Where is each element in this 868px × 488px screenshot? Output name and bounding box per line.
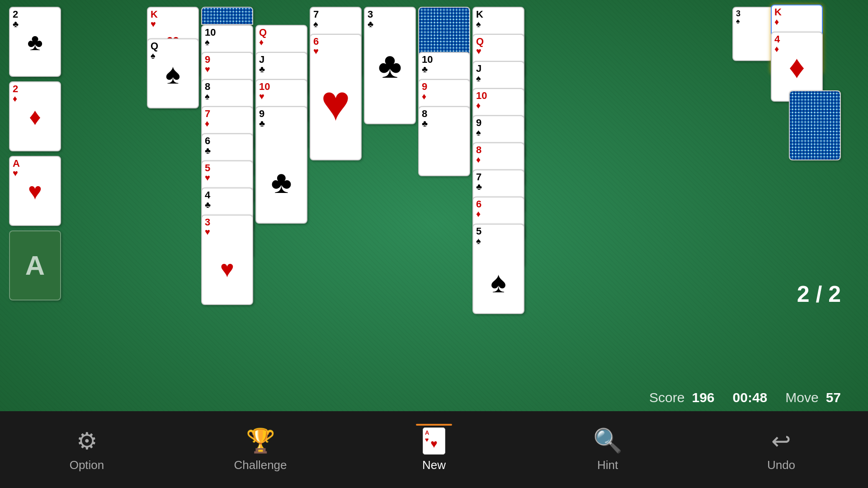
card-back-col2-top[interactable] [201,7,253,25]
moves-display: Move 57 [785,390,841,405]
undo-label: Undo [767,458,795,472]
score-display: Score 196 [649,390,714,405]
new-label: New [422,458,446,472]
card-5s[interactable]: 5 ♠ ♠ [472,224,524,314]
foundation-2c[interactable]: 2 ♣ ♣ [9,7,61,77]
undo-nav-item[interactable]: ↩ Undo [694,427,868,472]
card-qs[interactable]: Q ♠ ♠ [147,38,199,108]
hint-nav-item[interactable]: 🔍 Hint [521,427,694,472]
timer-display: 00:48 [733,390,768,405]
option-label: Option [70,458,104,472]
foundation-2d[interactable]: 2 ♦ ♦ [9,81,61,151]
game-area: 2 ♣ ♣ 2 ♦ ♦ A ♥ ♥ A K ♥ ♥ Q ♠ ♠ 10 ♠ 9 [0,0,868,447]
card-8c[interactable]: 8 ♣ [418,106,470,176]
undo-icon: ↩ [771,427,791,455]
foundation-empty[interactable]: A [9,230,61,300]
moves-value: 57 [826,390,841,405]
new-card-icon: A ♥ ♥ [423,427,445,455]
score-label: Score [649,390,684,405]
gear-icon: ⚙ [76,427,98,455]
trophy-icon: 🏆 [246,427,275,455]
deck-count: 2 / 2 [797,281,841,307]
moves-label: Move [785,390,818,405]
stock-pile[interactable] [789,90,841,160]
card-3s-top[interactable]: 3 ♠ [732,7,773,61]
bottom-nav: ⚙ Option 🏆 Challenge A ♥ ♥ New 🔍 Hint ↩ … [0,411,868,488]
challenge-nav-item[interactable]: 🏆 Challenge [174,427,347,472]
status-bar: Score 196 00:48 Move 57 [0,389,868,407]
hint-label: Hint [597,458,618,472]
option-nav-item[interactable]: ⚙ Option [0,427,174,472]
card-9c[interactable]: 9 ♣ ♣ [255,106,307,224]
card-6h[interactable]: 6 ♥ ♥ [310,34,362,160]
card-3c[interactable]: 3 ♣ ♣ [364,7,416,124]
search-icon: 🔍 [593,427,623,455]
challenge-label: Challenge [234,458,287,472]
foundation-ah[interactable]: A ♥ ♥ [9,156,61,226]
score-value: 196 [692,390,714,405]
card-3h[interactable]: 3 ♥ ♥ [201,215,253,305]
timer-value: 00:48 [733,390,768,405]
new-nav-item[interactable]: A ♥ ♥ New [347,427,521,472]
